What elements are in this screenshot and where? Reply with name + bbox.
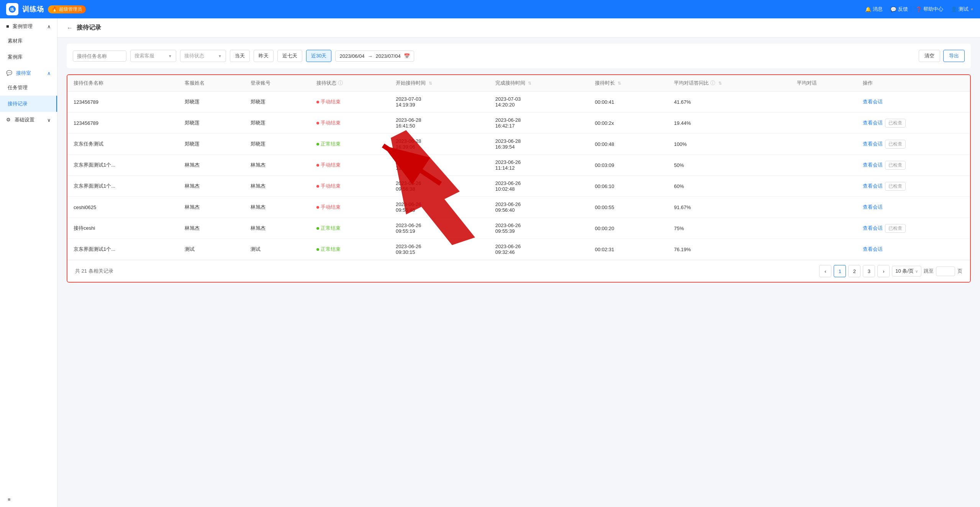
col-end-time[interactable]: 完成接待时间 ⇅ — [489, 75, 589, 92]
feedback-btn[interactable]: 💬 反馈 — [890, 6, 908, 13]
jump-page-input[interactable] — [936, 267, 955, 276]
status-dot — [316, 122, 319, 124]
notification-btn[interactable]: 🔔 消息 — [865, 6, 883, 13]
sidebar-item-cases[interactable]: 案例库 — [0, 49, 57, 65]
cell-start-time: 2023-06-2816:39:06 — [390, 134, 489, 155]
status-select[interactable]: 接待状态 ▼ — [180, 50, 226, 62]
cell-actions: 查看会话 — [857, 92, 970, 113]
export-button[interactable]: 导出 — [943, 50, 965, 62]
view-conversation-link[interactable]: 查看会话 — [863, 120, 883, 126]
chevron-down-icon-4: ▼ — [218, 54, 222, 58]
date-btn-7days[interactable]: 近七天 — [277, 50, 302, 62]
view-conversation-link[interactable]: 查看会话 — [863, 225, 883, 231]
status-dot — [316, 206, 319, 209]
date-btn-yesterday[interactable]: 昨天 — [254, 50, 274, 62]
page-title: 接待记录 — [77, 24, 101, 32]
view-conversation-link[interactable]: 查看会话 — [863, 162, 883, 168]
user-menu[interactable]: 👤 测试 ▼ — [951, 6, 974, 13]
cell-login-account: 林旭杰 — [244, 197, 310, 218]
cell-task-name: 京东任务测试 — [67, 134, 179, 155]
cell-login-account: 测试 — [244, 239, 310, 260]
table-row: 京东界面测试1个... 测试 测试 正常结束 2023-06-2609:30:1… — [67, 239, 970, 260]
info-icon: ⓘ — [338, 80, 343, 86]
cell-duration: 00:06:10 — [589, 176, 668, 197]
pagination-page-2[interactable]: 2 — [848, 265, 860, 277]
status-dot — [316, 227, 319, 230]
feedback-icon: 💬 — [890, 7, 896, 12]
cell-start-time: 2023-07-0314:19:39 — [390, 92, 489, 113]
cell-agent-name: 测试 — [179, 239, 244, 260]
cell-avg-talk — [791, 155, 857, 176]
status-text: 手动结束 — [321, 98, 341, 105]
status-text: 正常结束 — [321, 141, 341, 147]
cell-duration: 00:03:09 — [589, 155, 668, 176]
checked-btn[interactable]: 已检查 — [885, 161, 906, 170]
view-conversation-link[interactable]: 查看会话 — [863, 246, 883, 252]
cell-actions: 查看会话已检查 — [857, 176, 970, 197]
cell-agent-name: 林旭杰 — [179, 176, 244, 197]
settings-icon: ⚙ — [6, 117, 11, 123]
admin-badge: 🔥 超级管理员 — [48, 5, 86, 13]
cell-qa-ratio: 91.67% — [668, 197, 791, 218]
col-action: 操作 — [857, 75, 970, 92]
cell-duration: 00:02:31 — [589, 239, 668, 260]
cell-start-time: 2023-06-2609:56:38 — [390, 176, 489, 197]
view-conversation-link[interactable]: 查看会话 — [863, 183, 883, 189]
status-dot — [316, 185, 319, 188]
cell-login-account: 郑晓莲 — [244, 113, 310, 134]
help-btn[interactable]: ❓ 帮助中心 — [916, 6, 943, 13]
chevron-down-icon-3: ▼ — [168, 54, 172, 58]
checked-btn[interactable]: 已检查 — [885, 140, 906, 149]
cell-actions: 查看会话已检查 — [857, 155, 970, 176]
table-row: 123456789 郑晓莲 郑晓莲 手动结束 2023-06-2816:41:5… — [67, 113, 970, 134]
pagination-prev[interactable]: ‹ — [819, 265, 831, 277]
clear-button[interactable]: 清空 — [919, 50, 940, 62]
cell-qa-ratio: 76.19% — [668, 239, 791, 260]
agent-search-select[interactable]: 搜索客服 ▼ — [130, 50, 176, 62]
cell-status: 手动结束 — [310, 92, 390, 113]
filter-bar: 搜索客服 ▼ 接待状态 ▼ 当天 昨天 近七天 近30天 2023/06/04 … — [67, 44, 971, 68]
col-duration[interactable]: 接待时长 ⇅ — [589, 75, 668, 92]
cell-agent-name: 郑晓莲 — [179, 113, 244, 134]
view-conversation-link[interactable]: 查看会话 — [863, 204, 883, 210]
task-name-input[interactable] — [73, 51, 126, 62]
pagination-page-1[interactable]: 1 — [834, 265, 846, 277]
page-size-selector[interactable]: 10 条/页 ∨ — [892, 266, 921, 276]
cell-actions: 查看会话已检查 — [857, 113, 970, 134]
date-btn-today[interactable]: 当天 — [230, 50, 250, 62]
sidebar-group-reception[interactable]: 💬 接待室 ∧ — [0, 65, 57, 80]
table-row: 京东界面测试1个... 林旭杰 林旭杰 手动结束 2023-06-2609:56… — [67, 176, 970, 197]
sort-icon-start: ⇅ — [429, 81, 432, 85]
cell-actions: 查看会话已检查 — [857, 218, 970, 239]
cell-task-name: 京东界面测试1个... — [67, 239, 179, 260]
cell-actions: 查看会话 — [857, 239, 970, 260]
cell-end-time: 2023-06-2609:55:39 — [489, 218, 589, 239]
sidebar-group-settings[interactable]: ⚙ 基础设置 ∨ — [0, 112, 57, 126]
checked-btn[interactable]: 已检查 — [885, 224, 906, 233]
cell-qa-ratio: 50% — [668, 155, 791, 176]
checked-btn[interactable]: 已检查 — [885, 119, 906, 128]
cell-task-name: 接待ceshi — [67, 218, 179, 239]
pagination-next[interactable]: › — [877, 265, 890, 277]
svg-text:练: 练 — [10, 7, 15, 11]
sidebar-item-task-management[interactable]: 任务管理 — [0, 80, 57, 96]
table-row: 京东任务测试 郑晓莲 郑晓莲 正常结束 2023-06-2816:39:06 2… — [67, 134, 970, 155]
date-range-picker[interactable]: 2023/06/04 → 2023/07/04 📅 — [335, 51, 414, 62]
sidebar-group-case-management[interactable]: ■ 案例管理 ∧ — [0, 18, 57, 33]
table-row: 123456789 郑晓莲 郑晓莲 手动结束 2023-07-0314:19:3… — [67, 92, 970, 113]
status-text: 正常结束 — [321, 225, 341, 232]
header: 练 训练场 🔥 超级管理员 🔔 消息 💬 反馈 ❓ 帮助中心 👤 测试 ▼ — [0, 0, 980, 18]
cell-agent-name: 郑晓莲 — [179, 134, 244, 155]
view-conversation-link[interactable]: 查看会话 — [863, 141, 883, 147]
sidebar-item-materials[interactable]: 素材库 — [0, 33, 57, 49]
cell-status: 正常结束 — [310, 134, 390, 155]
col-start-time[interactable]: 开始接待时间 ⇅ — [390, 75, 489, 92]
view-conversation-link[interactable]: 查看会话 — [863, 99, 883, 105]
pagination-page-3[interactable]: 3 — [863, 265, 875, 277]
checked-btn[interactable]: 已检查 — [885, 182, 906, 191]
back-button[interactable]: ← — [67, 25, 73, 31]
sidebar-item-reception-records[interactable]: 接待记录 — [0, 96, 57, 112]
jump-label: 跳至 — [924, 268, 934, 275]
date-btn-30days[interactable]: 近30天 — [306, 50, 331, 62]
pagination-controls: ‹ 1 2 3 › 10 条/页 ∨ 跳至 页 — [819, 265, 962, 277]
